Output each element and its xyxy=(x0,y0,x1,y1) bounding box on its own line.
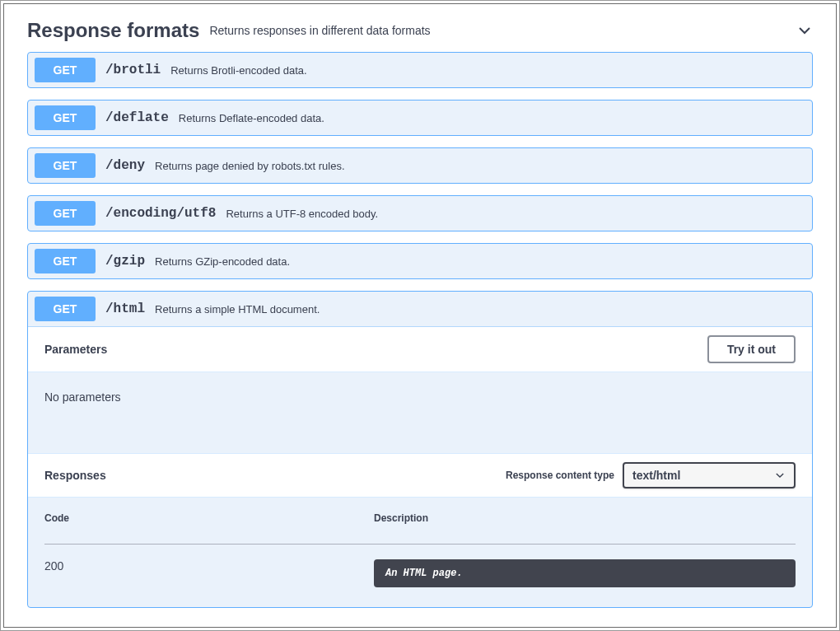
operation-path: /html xyxy=(105,301,145,316)
method-badge: GET xyxy=(35,105,96,130)
operation-path: /deflate xyxy=(105,110,169,125)
operation-description: Returns Deflate-encoded data. xyxy=(179,112,324,124)
responses-table: CodeDescription200An HTML page. xyxy=(44,512,796,587)
operation-block: GET/encoding/utf8Returns a UTF-8 encoded… xyxy=(27,195,813,231)
main-scroll[interactable]: Response formats Returns responses in di… xyxy=(3,3,837,628)
operation-block: GET/gzipReturns GZip-encoded data. xyxy=(27,243,813,279)
operation-block: GET/denyReturns page denied by robots.tx… xyxy=(27,147,813,184)
chevron-down-icon xyxy=(774,470,786,481)
operation-description: Returns a simple HTML document. xyxy=(155,303,320,316)
method-badge: GET xyxy=(35,58,96,82)
content-type-select[interactable]: text/html xyxy=(623,462,796,488)
try-it-out-button[interactable]: Try it out xyxy=(707,335,796,363)
operation-description: Returns GZip-encoded data. xyxy=(155,255,290,268)
method-badge: GET xyxy=(35,297,96,321)
operation-path: /gzip xyxy=(105,254,145,269)
operation-path: /deny xyxy=(105,158,145,173)
operation-block: GET/brotliReturns Brotli-encoded data. xyxy=(27,52,813,88)
operation-summary[interactable]: GET/deflateReturns Deflate-encoded data. xyxy=(28,100,812,135)
parameters-label: Parameters xyxy=(44,343,107,356)
operation-summary[interactable]: GET/brotliReturns Brotli-encoded data. xyxy=(28,53,812,87)
no-parameters-text: No parameters xyxy=(28,372,812,453)
responses-header: ResponsesResponse content typetext/html xyxy=(28,453,812,498)
operation-description: Returns page denied by robots.txt rules. xyxy=(155,160,345,172)
section-description: Returns responses in different data form… xyxy=(209,24,796,37)
response-code: 200 xyxy=(44,545,374,588)
operation-block: GET/deflateReturns Deflate-encoded data. xyxy=(27,100,813,136)
responses-label: Responses xyxy=(44,469,106,482)
responses-body: CodeDescription200An HTML page. xyxy=(28,498,812,607)
method-badge: GET xyxy=(35,153,96,178)
chevron-down-icon xyxy=(796,22,813,39)
content-type-value: text/html xyxy=(632,469,680,482)
operation-summary[interactable]: GET/gzipReturns GZip-encoded data. xyxy=(28,244,812,278)
column-code: Code xyxy=(44,512,374,545)
operation-description: Returns a UTF-8 encoded body. xyxy=(226,208,378,220)
operation-summary[interactable]: GET/htmlReturns a simple HTML document. xyxy=(28,292,812,326)
content-type-wrap: Response content typetext/html xyxy=(506,462,796,488)
operation-path: /brotli xyxy=(105,63,161,77)
operation-block: GET/htmlReturns a simple HTML document.P… xyxy=(27,291,813,608)
operation-description: Returns Brotli-encoded data. xyxy=(170,64,306,77)
table-row: 200An HTML page. xyxy=(44,545,796,588)
operation-path: /encoding/utf8 xyxy=(105,206,216,221)
operation-summary[interactable]: GET/denyReturns page denied by robots.tx… xyxy=(28,148,812,183)
content-type-label: Response content type xyxy=(506,470,614,481)
section-header[interactable]: Response formats Returns responses in di… xyxy=(27,12,813,52)
operation-summary[interactable]: GET/encoding/utf8Returns a UTF-8 encoded… xyxy=(28,196,812,231)
parameters-header: ParametersTry it out xyxy=(28,327,812,372)
section-title: Response formats xyxy=(27,19,199,42)
operation-body: ParametersTry it outNo parametersRespons… xyxy=(28,326,812,607)
response-description: An HTML page. xyxy=(374,559,796,587)
column-description: Description xyxy=(374,512,796,545)
method-badge: GET xyxy=(35,201,96,226)
method-badge: GET xyxy=(35,249,96,273)
